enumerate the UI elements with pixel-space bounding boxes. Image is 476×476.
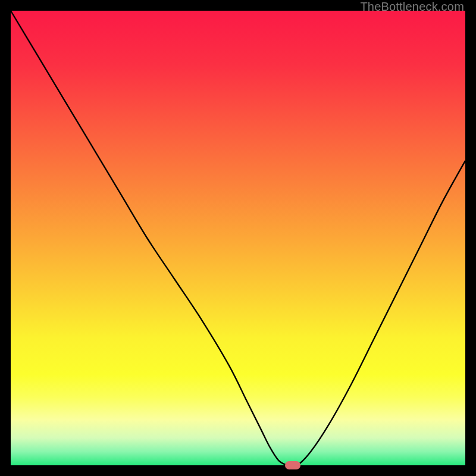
optimal-marker: [285, 461, 300, 469]
outer-frame: TheBottleneck.com: [0, 0, 476, 476]
curve-path: [11, 11, 465, 466]
plot-area: [11, 11, 465, 465]
watermark-text: TheBottleneck.com: [360, 0, 464, 14]
bottleneck-curve: [11, 11, 465, 465]
